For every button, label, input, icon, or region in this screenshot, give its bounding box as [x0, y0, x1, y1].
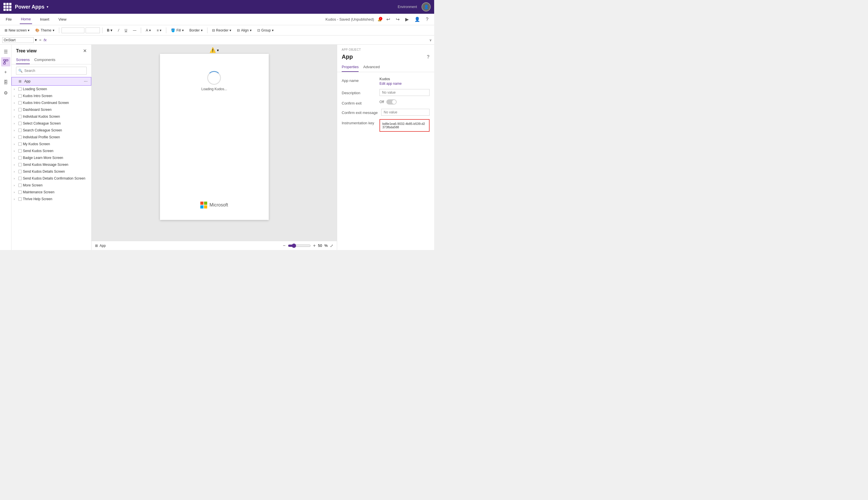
dashboard-label: Dashboard Screen [23, 108, 89, 112]
menu-home[interactable]: Home [20, 15, 32, 24]
props-help-icon[interactable]: ? [427, 54, 430, 59]
svg-rect-2 [3, 63, 5, 64]
bottom-app-text: App [99, 244, 106, 248]
tree-item-send-kudos-details-confirmation[interactable]: › Send Kudos Details Confirmation Screen [11, 175, 91, 182]
tree-item-app[interactable]: ⊞ App ··· [11, 77, 91, 86]
tree-item-dashboard[interactable]: › Dashboard Screen [11, 106, 91, 113]
zoom-in-button[interactable]: + [313, 243, 316, 248]
apps-grid-icon[interactable] [3, 3, 11, 11]
app-name-value: Kudos [379, 77, 401, 81]
menu-bar-right: Kudos - Saved (Unpublished) 🔔 1 ↩ ↪ ▶ 👤 … [325, 15, 430, 23]
send-kudos-details-confirmation-chevron-icon: › [14, 177, 17, 180]
add-button[interactable]: + [1, 68, 10, 77]
fill-button[interactable]: 🪣 Fill ▾ [168, 27, 186, 34]
tree-item-badge-learn-more[interactable]: › Badge Learn More Screen [11, 154, 91, 161]
formula-input[interactable] [49, 38, 427, 42]
tree-item-send-kudos-message[interactable]: › Send Kudos Message Screen [11, 161, 91, 168]
description-input[interactable] [379, 89, 430, 96]
theme-icon: 🎨 [35, 29, 39, 32]
my-kudos-label: My Kudos Screen [23, 142, 89, 146]
send-kudos-message-chevron-icon: › [14, 163, 17, 166]
new-screen-icon: ⊞ [4, 29, 8, 32]
align-objects-button[interactable]: ⊟ Align ▾ [235, 27, 254, 34]
tree-view-button[interactable] [1, 57, 10, 66]
formula-expand-icon[interactable]: ∨ [429, 38, 432, 42]
avatar[interactable]: 👤 [422, 2, 431, 11]
kudos-intro-continued-chevron-icon: › [14, 101, 17, 104]
tree-item-maintenance-screen[interactable]: › Maintenance Screen [11, 189, 91, 196]
italic-label: / [118, 29, 119, 32]
play-button[interactable]: ▶ [404, 15, 410, 23]
menu-view[interactable]: View [57, 15, 68, 24]
tree-item-individual-profile[interactable]: › Individual Profile Screen [11, 134, 91, 140]
tree-item-select-colleague[interactable]: › Select Colleague Screen [11, 120, 91, 127]
property-dropdown[interactable]: OnStart [2, 37, 34, 43]
theme-button[interactable]: 🎨 Theme ▾ [33, 27, 56, 34]
loading-spinner [207, 71, 221, 85]
tree-item-more-screen[interactable]: › More Screen [11, 182, 91, 189]
instrumentation-key-value[interactable]: bd8e1ea6-9032-4b85-b539-d2373fbda588 [379, 119, 430, 132]
fill-icon: 🪣 [171, 29, 175, 32]
search-input[interactable] [16, 67, 87, 75]
components-button[interactable]: ⚙ [1, 88, 10, 98]
font-color-label: A [146, 29, 148, 32]
new-screen-button[interactable]: ⊞ New screen ▾ [2, 27, 32, 34]
edit-app-name-link[interactable]: Edit app name [379, 82, 401, 86]
tree-item-individual-kudos[interactable]: › Individual Kudos Screen [11, 113, 91, 120]
confirm-exit-message-input[interactable] [381, 109, 430, 116]
fill-chevron-icon: ▾ [182, 29, 184, 32]
send-kudos-message-checkbox [18, 163, 22, 166]
data-button[interactable]: 🗄 [1, 78, 10, 87]
notifications-button[interactable]: 🔔 1 [377, 18, 382, 22]
font-selector[interactable] [61, 27, 84, 33]
bottom-app-icon: ⊞ [95, 244, 98, 248]
border-button[interactable]: Border ▾ [187, 27, 205, 34]
redo-button[interactable]: ↪ [395, 15, 401, 23]
confirm-exit-toggle[interactable] [386, 99, 397, 104]
ms-red-square [200, 202, 203, 205]
send-kudos-label: Send Kudos Screen [23, 149, 89, 153]
tab-components[interactable]: Components [34, 56, 56, 64]
bold-button[interactable]: B ▾ [105, 27, 115, 34]
align-button[interactable]: ≡ ▾ [154, 27, 164, 34]
tree-item-send-kudos-details[interactable]: › Send Kudos Details Screen [11, 168, 91, 175]
tree-item-thrive-help[interactable]: › Thrive Help Screen [11, 196, 91, 203]
tree-item-my-kudos[interactable]: › My Kudos Screen [11, 140, 91, 147]
dashboard-chevron-icon: › [14, 108, 17, 111]
ms-blue-square [200, 205, 203, 208]
size-selector[interactable] [85, 27, 100, 33]
tab-properties[interactable]: Properties [342, 62, 359, 72]
hamburger-menu-button[interactable]: ☰ [1, 47, 10, 56]
reorder-button[interactable]: ⊟ Reorder ▾ [210, 27, 234, 34]
tree-item-kudos-intro[interactable]: › Kudos Intro Screen [11, 92, 91, 99]
loading-content: Loading Kudos... [201, 71, 227, 91]
app-more-icon[interactable]: ··· [83, 79, 89, 84]
menu-file[interactable]: File [4, 15, 13, 24]
title-chevron-icon[interactable]: ▾ [47, 5, 48, 9]
tree-item-loading-screen[interactable]: › Loading Screen [11, 86, 91, 92]
tree-item-kudos-intro-continued[interactable]: › Kudos Intro Continued Screen [11, 99, 91, 106]
tree-close-button[interactable]: ✕ [83, 48, 87, 54]
share-button[interactable]: 👤 [413, 15, 421, 23]
undo-button[interactable]: ↩ [385, 15, 391, 23]
zoom-out-button[interactable]: − [283, 243, 285, 248]
fullscreen-button[interactable]: ⤢ [330, 243, 333, 248]
italic-button[interactable]: / [116, 27, 121, 34]
tree-item-search-colleague[interactable]: › Search Colleague Screen [11, 127, 91, 134]
props-body: App name Kudos Edit app name Description… [337, 72, 434, 136]
menu-insert[interactable]: Insert [39, 15, 51, 24]
thrive-help-chevron-icon: › [14, 197, 17, 201]
help-button[interactable]: ? [425, 16, 430, 23]
font-color-button[interactable]: A ▾ [143, 27, 153, 34]
group-button[interactable]: ⊡ Group ▾ [255, 27, 276, 34]
tab-advanced[interactable]: Advanced [363, 62, 380, 72]
zoom-slider[interactable] [288, 243, 311, 248]
tree-item-send-kudos[interactable]: › Send Kudos Screen [11, 147, 91, 154]
strikethrough-button[interactable]: — [130, 27, 139, 34]
underline-button[interactable]: U [122, 27, 130, 34]
theme-label: Theme [40, 29, 51, 32]
canvas-warning[interactable]: ⚠️ ▾ [210, 47, 219, 53]
individual-profile-chevron-icon: › [14, 136, 17, 139]
tab-screens[interactable]: Screens [16, 56, 30, 64]
thrive-help-label: Thrive Help Screen [23, 197, 89, 201]
